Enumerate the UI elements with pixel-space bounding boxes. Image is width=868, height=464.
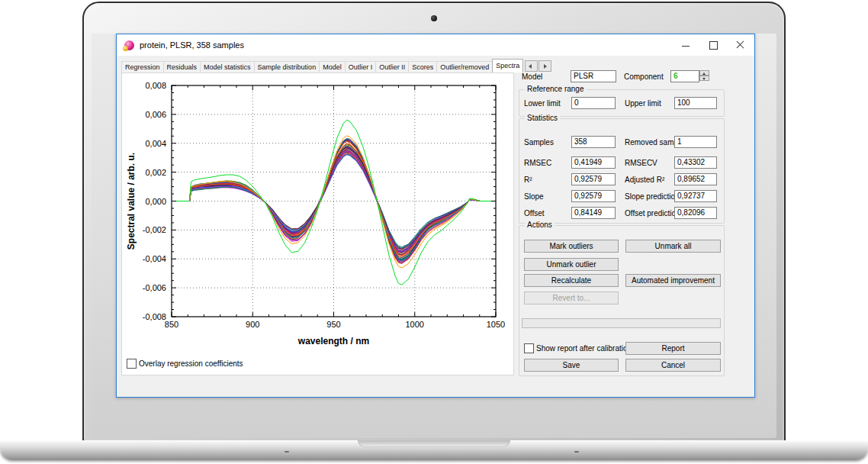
laptop-mockup: protein, PLSR, 358 samples Regression Re… (0, 0, 868, 464)
rmsec-label: RMSEC (524, 159, 551, 167)
svg-text:-0,004: -0,004 (143, 254, 166, 263)
adjusted-r2-label: Adjusted R² (625, 176, 664, 184)
r2-field[interactable]: 0,92579 (571, 173, 616, 185)
arrow-down-icon (702, 78, 706, 80)
arrow-right-icon (544, 64, 547, 69)
svg-text:-0,006: -0,006 (143, 283, 166, 292)
upper-limit-field[interactable]: 100 (674, 97, 717, 109)
reference-range-title: Reference range (525, 85, 587, 93)
show-report-label: Show report after calibration (536, 344, 632, 353)
rmsecv-label: RMSECV (625, 159, 657, 167)
show-report-checkbox[interactable] (524, 343, 534, 353)
maximize-icon (709, 41, 718, 50)
lower-limit-label: Lower limit (524, 99, 561, 108)
close-icon (736, 40, 745, 49)
tab-model-statistics[interactable]: Model statistics (200, 61, 255, 72)
tab-regression[interactable]: Regression (121, 61, 164, 72)
svg-text:-0,002: -0,002 (143, 225, 166, 234)
tab-scores[interactable]: Scores (408, 61, 437, 72)
revert-to-button[interactable]: Revert to... (524, 292, 619, 304)
spectra-tab-page: 85090095010001050-0,008-0,006-0,004-0,00… (121, 72, 514, 375)
tab-scroll-right-button[interactable] (538, 60, 551, 72)
recalculate-button[interactable]: Recalculate (524, 274, 619, 287)
tab-outlier-1[interactable]: Outlier I (345, 61, 377, 72)
slope-prediction-field[interactable]: 0,92737 (674, 190, 717, 202)
svg-text:0,004: 0,004 (145, 139, 166, 148)
r2-label: R² (524, 176, 532, 184)
slope-label: Slope (524, 192, 544, 201)
model-field[interactable]: PLSR (571, 70, 616, 82)
minimize-button[interactable] (672, 34, 699, 56)
mark-outliers-button[interactable]: Mark outliers (524, 240, 619, 253)
title-bar: protein, PLSR, 358 samples (117, 34, 754, 56)
samples-field[interactable]: 358 (571, 136, 616, 148)
svg-text:0,002: 0,002 (145, 168, 166, 177)
adjusted-r2-field[interactable]: 0,89652 (674, 173, 717, 185)
report-button[interactable]: Report (625, 342, 721, 355)
actions-group: Actions Mark outliers Unmark all Unmark … (519, 225, 725, 376)
tab-scroll-arrows (525, 60, 552, 72)
svg-text:1050: 1050 (487, 320, 505, 329)
minimize-icon (682, 46, 690, 47)
tab-residuals[interactable]: Residuals (163, 61, 201, 72)
automated-improvement-button[interactable]: Automated improvement (625, 274, 721, 287)
laptop-lid-notch (358, 440, 510, 447)
offset-label: Offset (524, 209, 545, 218)
arrow-up-icon (702, 72, 706, 75)
rmsec-field[interactable]: 0,41949 (571, 156, 616, 169)
offset-prediction-field[interactable]: 0,82096 (674, 207, 717, 219)
tab-scroll-left-button[interactable] (525, 60, 538, 72)
rubber-foot-left (285, 451, 289, 453)
removed-samples-field[interactable]: 1 (674, 136, 717, 148)
app-icon (124, 40, 134, 50)
tab-spectra[interactable]: Spectra (492, 59, 523, 72)
svg-text:950: 950 (326, 320, 340, 329)
unmark-all-button[interactable]: Unmark all (625, 240, 721, 253)
svg-text:0,000: 0,000 (145, 197, 166, 206)
rmsecv-field[interactable]: 0,43302 (674, 156, 717, 169)
samples-label: Samples (524, 138, 554, 147)
reference-range-group: Reference range Lower limit 0 Upper limi… (519, 89, 725, 117)
save-button[interactable]: Save (524, 359, 619, 372)
svg-text:Spectral value / arb. u.: Spectral value / arb. u. (126, 153, 137, 250)
progress-bar (522, 318, 721, 328)
close-button[interactable] (727, 34, 754, 56)
window-title: protein, PLSR, 358 samples (140, 40, 244, 50)
tab-outlier-2[interactable]: Outlier II (375, 61, 409, 72)
svg-text:wavelength / nm: wavelength / nm (297, 336, 369, 346)
spectra-chart: 85090095010001050-0,008-0,006-0,004-0,00… (122, 73, 513, 375)
statistics-group: Statistics Samples 358 Removed samples 1… (519, 118, 725, 224)
laptop-base (0, 440, 868, 460)
lower-limit-field[interactable]: 0 (571, 97, 616, 109)
cancel-button[interactable]: Cancel (625, 359, 721, 372)
component-value[interactable]: 6 (670, 70, 699, 82)
svg-text:850: 850 (165, 320, 178, 329)
tab-model[interactable]: Model (319, 61, 346, 72)
arrow-left-icon (529, 64, 532, 69)
maximize-button[interactable] (699, 34, 727, 56)
overlay-regression-label: Overlay regression coefficients (139, 359, 243, 368)
slope-prediction-label: Slope prediction (625, 192, 680, 201)
tab-outlier-removed[interactable]: Outlier/removed (436, 61, 493, 72)
webcam-icon (431, 15, 437, 21)
overlay-regression-checkbox[interactable] (127, 359, 137, 369)
svg-text:-0,008: -0,008 (143, 312, 166, 321)
rubber-foot-right (574, 451, 579, 453)
slope-field[interactable]: 0,92579 (571, 190, 616, 202)
tab-sample-distribution[interactable]: Sample distribution (254, 61, 320, 72)
model-label: Model (522, 72, 542, 81)
app-window: protein, PLSR, 358 samples Regression Re… (116, 34, 755, 398)
svg-text:0,008: 0,008 (145, 81, 166, 90)
spin-up-button[interactable] (699, 70, 709, 76)
svg-text:900: 900 (246, 320, 259, 329)
svg-text:1000: 1000 (406, 320, 424, 329)
unmark-outlier-button[interactable]: Unmark outlier (524, 258, 619, 271)
offset-prediction-label: Offset prediction (625, 209, 680, 218)
svg-text:0,006: 0,006 (145, 110, 166, 119)
upper-limit-label: Upper limit (625, 99, 661, 108)
tab-strip: Regression Residuals Model statistics Sa… (121, 60, 552, 72)
statistics-title: Statistics (525, 114, 560, 122)
spin-down-button[interactable] (699, 76, 709, 81)
offset-field[interactable]: 0,84149 (571, 207, 616, 219)
actions-title: Actions (525, 221, 555, 229)
